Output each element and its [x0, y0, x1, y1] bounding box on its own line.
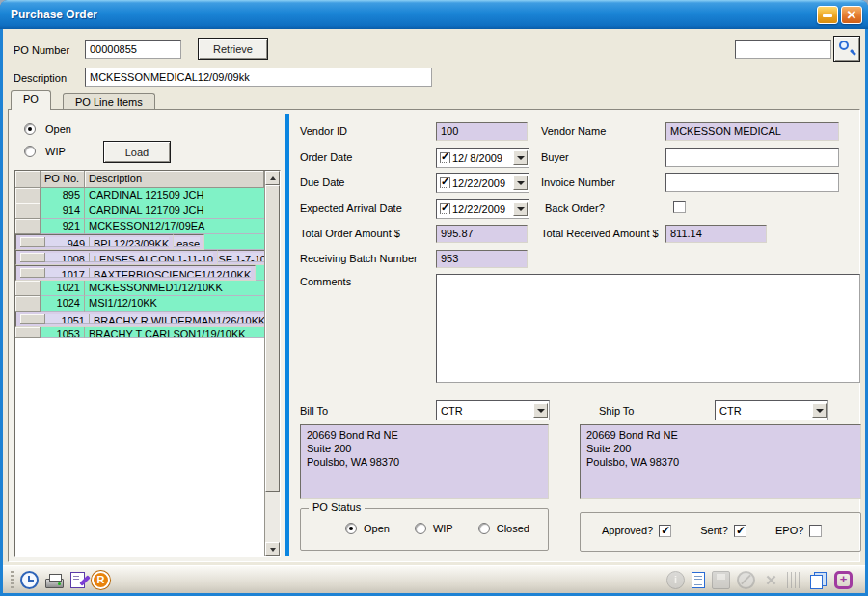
invoice-number-input[interactable]	[665, 173, 839, 192]
table-row[interactable]: 914CARDINAL 121709 JCH	[15, 203, 264, 219]
chevron-down-icon[interactable]	[513, 176, 528, 190]
flag-approved[interactable]: Approved?	[602, 525, 671, 537]
window-title: Purchase Order	[11, 8, 814, 21]
document-icon[interactable]	[692, 572, 705, 588]
close-icon[interactable]	[841, 6, 862, 24]
radio-icon[interactable]	[478, 523, 490, 534]
radio-icon[interactable]	[345, 523, 357, 534]
po-status-option-open[interactable]: Open	[345, 523, 390, 534]
table-scrollbar[interactable]	[264, 171, 280, 556]
flag-label: Sent?	[700, 525, 728, 536]
retrieve-button[interactable]: Retrieve	[198, 38, 268, 60]
row-po-no: 1053	[41, 327, 85, 338]
save-disk-icon[interactable]	[712, 571, 730, 589]
row-selector	[20, 253, 45, 262]
table-row[interactable]: 949BPI 12/23/09KK	[15, 234, 174, 250]
tab-po[interactable]: PO	[11, 90, 51, 110]
table-row[interactable]: 1021MCKESSONMED1/12/10KK	[15, 281, 264, 296]
back-order-checkbox[interactable]	[673, 201, 686, 213]
toolbar-grip-icon	[11, 571, 14, 588]
flag-sent[interactable]: Sent?	[700, 525, 746, 537]
table-row[interactable]: 921MCKESSON12/17/09EA	[15, 219, 264, 234]
po-status-option-closed[interactable]: Closed	[478, 523, 529, 534]
load-button[interactable]: Load	[103, 141, 171, 163]
po-number-input[interactable]	[85, 40, 181, 59]
row-po-no: 921	[41, 219, 85, 234]
clock-icon[interactable]	[20, 571, 39, 589]
chevron-down-icon[interactable]	[513, 150, 528, 165]
row-selector	[20, 237, 45, 247]
ship-to-dropdown[interactable]: CTR	[715, 400, 828, 420]
expected-arrival-check[interactable]	[440, 203, 450, 214]
due-date-label: Due Date	[300, 176, 344, 188]
bottom-toolbar	[3, 565, 865, 593]
flag-epo[interactable]: EPO?	[775, 525, 822, 537]
search-button[interactable]	[833, 36, 860, 62]
edit-document-icon[interactable]	[70, 572, 85, 588]
chevron-down-icon[interactable]	[812, 403, 827, 418]
add-record-icon[interactable]	[834, 571, 853, 589]
delete-x-icon[interactable]	[762, 571, 780, 589]
row-description: CARDINAL 121709 JCH	[85, 203, 264, 219]
tab-po-line-items[interactable]: PO Line Items	[63, 93, 155, 109]
comments-label: Comments	[300, 276, 351, 287]
toolbar-right	[666, 571, 859, 589]
expected-arrival-label: Expected Arrival Date	[300, 203, 402, 214]
cancel-icon[interactable]	[737, 571, 755, 589]
minimize-icon[interactable]	[817, 6, 838, 24]
po-table[interactable]: PO No. Description 895CARDINAL 121509 JC…	[14, 170, 281, 557]
radio-label: Open	[364, 523, 390, 534]
po-status-legend: PO Status	[309, 501, 365, 513]
radio-open-icon[interactable]	[24, 123, 36, 135]
chevron-down-icon[interactable]	[513, 202, 528, 216]
table-row[interactable]: 1053BRACHY T CARLSON1/19/10KK	[15, 327, 264, 338]
row-description: BAXTERBIOSCIENCE1/12/10KK	[90, 268, 251, 278]
total-received-field: 811.14	[665, 225, 767, 243]
radio-wip-icon[interactable]	[24, 146, 36, 157]
bill-to-dropdown[interactable]: CTR	[436, 400, 550, 420]
total-order-label: Total Order Amount $	[300, 228, 400, 239]
recent-badge-icon[interactable]	[92, 571, 110, 589]
due-date-picker[interactable]: 12/22/2009	[436, 173, 529, 193]
info-icon[interactable]	[666, 571, 685, 589]
table-row[interactable]: 1008LENSES ALCON 1-11-10	[15, 250, 218, 265]
row-po-no: 1021	[41, 281, 85, 296]
checkbox-icon[interactable]	[809, 525, 822, 537]
comments-textarea[interactable]	[436, 274, 860, 383]
scroll-up-icon[interactable]	[265, 171, 280, 185]
header-description[interactable]: Description	[85, 171, 264, 188]
description-input[interactable]	[85, 68, 432, 87]
expected-arrival-picker[interactable]: 12/22/2009	[436, 199, 529, 219]
buyer-input[interactable]	[665, 148, 839, 167]
header-selector	[15, 171, 41, 188]
address-line: Poulsbo, WA 98370	[307, 455, 542, 469]
table-row[interactable]: 1051BRACHY R WILDERMAN1/26/10KK	[15, 312, 270, 327]
row-description: MCKESSONMED1/12/10KK	[85, 281, 264, 296]
search-input[interactable]	[735, 40, 831, 59]
order-date-check[interactable]	[440, 152, 450, 163]
chevron-down-icon[interactable]	[533, 403, 548, 418]
row-description: BRACHY T CARLSON1/19/10KK	[85, 327, 264, 338]
due-date-check[interactable]	[440, 177, 450, 188]
table-row[interactable]: 1024MSI1/12/10KK	[15, 296, 264, 312]
radio-open[interactable]: Open	[24, 123, 71, 135]
purchase-order-window: Purchase Order PO Number Retrieve Descri…	[0, 0, 868, 596]
po-status-options: OpenWIPClosed	[345, 523, 555, 534]
invoice-number-label: Invoice Number	[541, 176, 615, 188]
bill-to-label: Bill To	[300, 405, 328, 417]
header-po-no[interactable]: PO No.	[41, 171, 85, 188]
checkbox-icon[interactable]	[734, 525, 746, 537]
table-row[interactable]: 895CARDINAL 121509 JCH	[15, 188, 264, 203]
po-status-option-wip[interactable]: WIP	[415, 523, 453, 534]
vendor-name-label: Vendor Name	[541, 125, 606, 137]
scrollbar-thumb[interactable]	[265, 185, 280, 492]
checkbox-icon[interactable]	[659, 525, 671, 537]
copy-pages-icon[interactable]	[809, 571, 827, 589]
scroll-down-icon[interactable]	[265, 542, 280, 556]
radio-icon[interactable]	[415, 523, 426, 534]
client-area: PO Number Retrieve Description PO PO Lin…	[3, 29, 865, 593]
printer-icon[interactable]	[45, 579, 64, 588]
order-date-picker[interactable]: 12/ 8/2009	[436, 148, 529, 168]
radio-wip[interactable]: WIP	[24, 146, 66, 157]
table-row[interactable]: 1017BAXTERBIOSCIENCE1/12/10KK	[15, 265, 256, 281]
